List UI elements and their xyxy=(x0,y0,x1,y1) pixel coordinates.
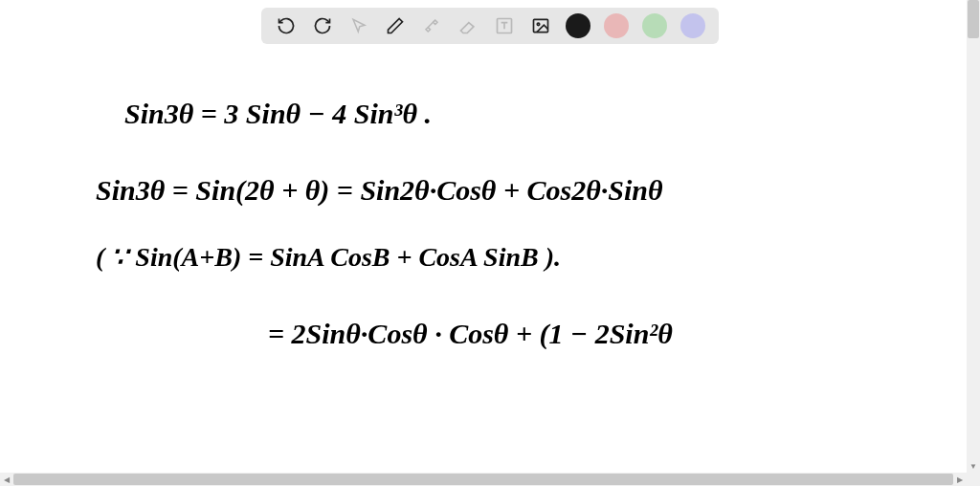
color-green[interactable] xyxy=(642,13,667,38)
scroll-right-icon[interactable]: ▶ xyxy=(953,473,967,486)
color-black[interactable] xyxy=(566,13,590,38)
text-button[interactable] xyxy=(493,14,516,37)
whiteboard-canvas[interactable]: Sin3θ = 3 Sinθ − 4 Sin³θ . Sin3θ = Sin(2… xyxy=(0,50,980,473)
eraser-icon xyxy=(458,16,478,35)
undo-icon xyxy=(277,16,296,35)
tools-icon xyxy=(423,17,440,34)
image-icon xyxy=(531,16,550,35)
color-pink[interactable] xyxy=(604,13,629,38)
redo-icon xyxy=(313,16,332,35)
pointer-button[interactable] xyxy=(347,14,370,37)
redo-button[interactable] xyxy=(311,14,334,37)
eraser-button[interactable] xyxy=(457,14,479,37)
image-button[interactable] xyxy=(529,14,552,37)
undo-button[interactable] xyxy=(275,14,298,37)
scroll-down-icon[interactable]: ▼ xyxy=(967,459,980,473)
pointer-icon xyxy=(350,17,368,34)
pen-button[interactable] xyxy=(384,14,407,37)
vertical-scroll-thumb[interactable] xyxy=(968,0,979,38)
scroll-left-icon[interactable]: ◀ xyxy=(0,473,13,486)
handwriting-line-3: ( ∵ Sin(A+B) = SinA CosB + CosA SinB ). xyxy=(96,241,561,273)
horizontal-scrollbar[interactable]: ◀ ▶ xyxy=(0,473,967,486)
handwriting-line-2: Sin3θ = Sin(2θ + θ) = Sin2θ·Cosθ + Cos2θ… xyxy=(96,174,663,207)
pen-icon xyxy=(386,16,405,35)
horizontal-scroll-thumb[interactable] xyxy=(13,474,953,485)
vertical-scrollbar[interactable]: ▲ ▼ xyxy=(967,0,980,473)
handwriting-line-4: = 2Sinθ·Cosθ · Cosθ + (1 − 2Sin²θ xyxy=(268,318,673,350)
scrollbar-corner xyxy=(967,473,980,486)
color-purple[interactable] xyxy=(680,13,705,38)
toolbar xyxy=(261,8,719,44)
svg-point-2 xyxy=(537,23,540,25)
handwriting-line-1: Sin3θ = 3 Sinθ − 4 Sin³θ . xyxy=(124,98,432,130)
tools-button[interactable] xyxy=(420,14,443,37)
text-icon xyxy=(495,16,514,35)
